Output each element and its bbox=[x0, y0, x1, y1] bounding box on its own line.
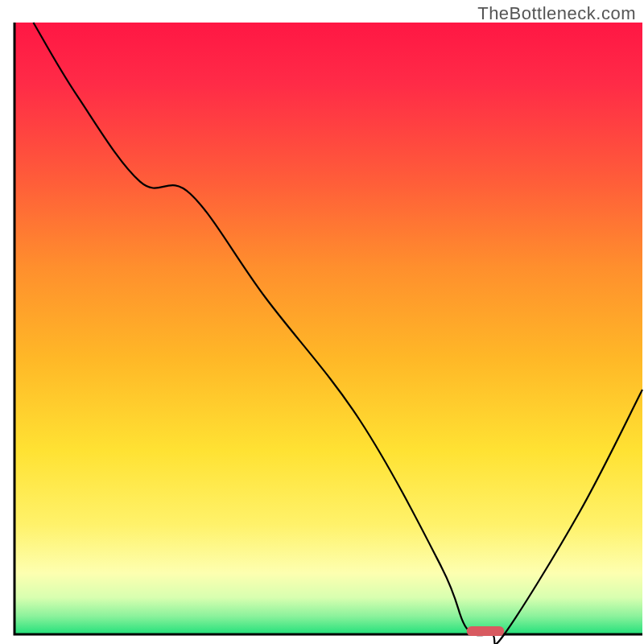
plot-background bbox=[14, 23, 642, 634]
watermark-text: TheBottleneck.com bbox=[477, 3, 636, 24]
bottleneck-chart bbox=[0, 0, 644, 644]
optimal-marker bbox=[467, 626, 505, 636]
chart-container: TheBottleneck.com bbox=[0, 0, 644, 644]
